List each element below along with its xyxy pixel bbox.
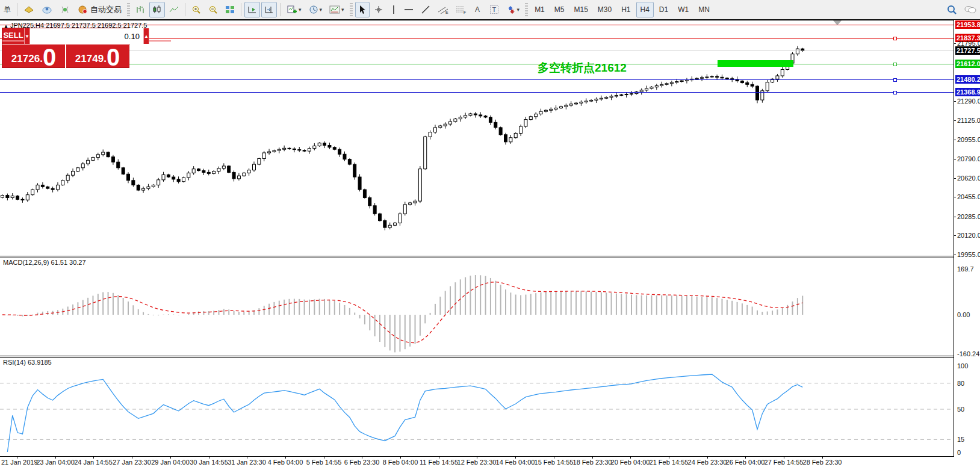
toolbar-separator <box>185 3 185 16</box>
time-label: 12 Feb 23:30 <box>457 459 497 466</box>
timeframe-m1[interactable]: M1 <box>530 2 549 17</box>
support-line-2-price-badge: 21368.9 <box>955 88 980 96</box>
axis-tick-label: 20620.0 <box>957 175 980 182</box>
macd-scale-label: -160.24 <box>957 350 979 357</box>
sell-price[interactable]: 21726.0 <box>2 45 66 69</box>
horizontal-line-icon[interactable] <box>401 2 417 17</box>
text-icon[interactable]: A <box>471 2 485 17</box>
bar-chart-icon[interactable] <box>132 2 148 17</box>
pivot-highlight-bar[interactable] <box>718 60 793 67</box>
timeframe-d1[interactable]: D1 <box>655 2 672 17</box>
buy-button[interactable]: BUY <box>149 28 171 44</box>
axis-tick-label: 20455.0 <box>957 193 980 200</box>
dropdown-arrow-icon[interactable]: ▾ <box>341 7 344 13</box>
time-label: 24 Feb 23:30 <box>688 459 727 466</box>
support-line-2[interactable] <box>0 92 954 93</box>
autotrading-icon <box>78 5 88 14</box>
rsi-scale-label: 100 <box>957 362 968 370</box>
signals-icon[interactable] <box>57 2 73 17</box>
zoom-out-icon[interactable] <box>205 2 221 17</box>
marketwatch-icon <box>23 5 34 14</box>
buy-price[interactable]: 21749.0 <box>66 45 129 69</box>
line-chart-icon[interactable] <box>166 2 182 17</box>
timeframe-m15[interactable]: M15 <box>569 2 592 17</box>
chart-area[interactable]: 多空转折点21612 ▲JPN225,H4 21697.5 21737.5 21… <box>0 20 980 467</box>
toolbar-grip <box>350 3 353 16</box>
auto-scroll-icon[interactable] <box>244 2 260 17</box>
dropdown-arrow-icon[interactable]: ▾ <box>320 7 323 13</box>
search-icon[interactable] <box>943 2 960 17</box>
panel-separator-rsi[interactable] <box>0 356 954 358</box>
trendline-icon[interactable] <box>418 2 433 17</box>
cursor-icon[interactable] <box>355 2 370 17</box>
volume-decrease-button[interactable]: ▼ <box>24 28 30 44</box>
support-line-1[interactable] <box>0 79 954 80</box>
vertical-line-icon[interactable] <box>388 2 400 17</box>
axis-tick-label: 21795.0 <box>957 40 980 47</box>
crosshair-icon[interactable] <box>371 2 386 17</box>
time-label: 24 Jan 14:55 <box>74 459 113 466</box>
axis-tick-label: 19955.0 <box>957 251 980 258</box>
zoom-in-icon[interactable] <box>188 2 204 17</box>
timeframe-w1[interactable]: W1 <box>674 2 693 17</box>
fibonacci-icon[interactable]: F <box>453 2 470 17</box>
chart-shift-icon[interactable] <box>261 2 277 17</box>
price-axis[interactable]: 21953.821837.321727.521612.021480.221368… <box>954 20 980 457</box>
pivot-annotation[interactable]: 多空转折点21612 <box>538 60 627 76</box>
pivot-line-handle[interactable] <box>893 63 897 66</box>
timeframe-h1[interactable]: H1 <box>617 2 634 17</box>
new-order-partial[interactable]: 单 <box>1 2 14 17</box>
axis-tick <box>954 140 956 140</box>
volume-input[interactable] <box>30 28 143 44</box>
community-icon[interactable] <box>39 2 55 17</box>
volume-increase-button[interactable]: ▲ <box>143 28 149 44</box>
fibonacci-icon: F <box>456 5 467 14</box>
axis-tick <box>954 120 956 121</box>
time-label: 4 Feb 04:00 <box>268 459 303 466</box>
new-chart-icon[interactable]: ▾ <box>284 2 305 17</box>
chart-plot[interactable] <box>0 20 954 457</box>
candle-chart-icon[interactable] <box>149 2 165 17</box>
timeframe-m5[interactable]: M5 <box>550 2 569 17</box>
dropdown-arrow-icon[interactable]: ▾ <box>299 7 302 13</box>
marketwatch-icon[interactable] <box>20 2 37 17</box>
axis-tick <box>954 178 956 179</box>
templates-icon[interactable]: ▾ <box>326 2 347 17</box>
chart-shift-marker-icon[interactable] <box>833 20 842 25</box>
resistance-line-2-handle[interactable] <box>893 37 897 40</box>
time-axis[interactable]: 21 Jan 201923 Jan 04:0024 Jan 14:5527 Ja… <box>0 457 980 467</box>
arrows-icon[interactable]: ▾ <box>503 2 523 17</box>
current-price-line[interactable] <box>0 51 954 51</box>
support-line-1-handle[interactable] <box>893 78 897 82</box>
svg-text:E: E <box>445 10 448 14</box>
dropdown-arrow-icon[interactable]: ▾ <box>517 7 520 13</box>
time-label: 23 Jan 04:00 <box>36 459 75 466</box>
autotrading-icon-label: 自动交易 <box>90 4 122 15</box>
sell-button[interactable]: SELL <box>2 28 24 44</box>
timeframe-m30[interactable]: M30 <box>594 2 616 17</box>
time-label: 5 Feb 14:55 <box>306 459 342 466</box>
support-line-2-handle[interactable] <box>893 91 897 94</box>
chat-icon[interactable] <box>961 2 979 17</box>
axis-tick-label: 20955.0 <box>957 136 980 143</box>
templates-icon <box>329 5 340 14</box>
tile-windows-icon[interactable] <box>222 2 238 17</box>
pivot-line[interactable] <box>0 64 954 64</box>
panel-separator-macd[interactable] <box>0 256 954 258</box>
timeframe-w1-label: W1 <box>678 5 689 14</box>
timeframe-mn[interactable]: MN <box>694 2 714 17</box>
periods-icon[interactable]: ▾ <box>306 2 326 17</box>
rsi-scale-label: 15 <box>957 436 964 443</box>
chart-shift-icon <box>264 5 274 14</box>
axis-tick-label: 20285.0 <box>957 213 980 220</box>
community-icon <box>42 5 52 14</box>
channel-icon[interactable]: E <box>435 2 451 17</box>
timeframe-h4-label: H4 <box>640 5 650 14</box>
text-label-icon[interactable]: T <box>486 2 502 17</box>
axis-tick <box>954 255 956 255</box>
zoom-out-icon <box>208 5 218 14</box>
autotrading-icon[interactable]: 自动交易 <box>75 2 125 17</box>
auto-scroll-icon <box>247 5 257 14</box>
toolbar: 单自动交易▾▾▾EFAT▾M1M5M15M30H1H4D1W1MN <box>0 0 980 20</box>
timeframe-h4[interactable]: H4 <box>636 2 654 17</box>
